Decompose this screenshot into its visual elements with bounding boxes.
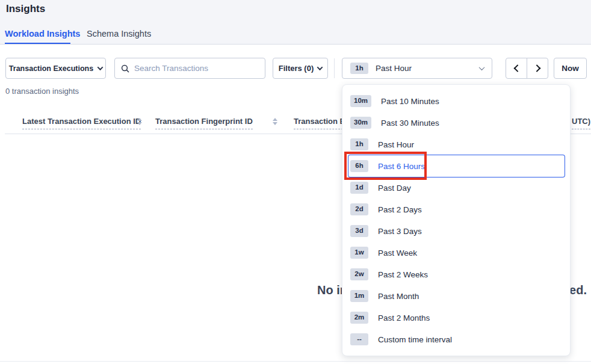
filters-label: Filters (0) — [279, 64, 314, 73]
column-header-latest-transaction-execution-id[interactable]: Latest Transaction Execution ID — [22, 117, 141, 129]
chevron-down-icon — [479, 64, 485, 70]
dropdown-item-past-10-minutes[interactable]: 10m Past 10 Minutes — [348, 90, 565, 112]
dropdown-item-past-6-hours[interactable]: 6h Past 6 Hours — [348, 155, 565, 177]
page-title: Insights — [6, 3, 45, 15]
search-box — [114, 58, 265, 79]
search-input[interactable] — [134, 64, 259, 73]
column-header-transaction-execution[interactable]: Transaction Ex — [294, 117, 349, 129]
time-interval-label: Past Hour — [376, 64, 472, 73]
active-tab-underline — [5, 43, 70, 44]
chevron-right-icon — [533, 64, 540, 72]
dropdown-item-past-2-days[interactable]: 2d Past 2 Days — [348, 199, 565, 220]
dropdown-item-past-3-days[interactable]: 3d Past 3 Days — [348, 220, 565, 242]
time-prev-button[interactable] — [506, 58, 527, 79]
sort-icon — [273, 118, 277, 125]
time-interval-select[interactable]: 1h Past Hour — [342, 58, 492, 79]
sort-icon — [137, 118, 142, 125]
page-bottom-divider — [0, 361, 591, 362]
dropdown-item-past-day[interactable]: 1d Past Day — [348, 177, 565, 199]
tab-workload-insights[interactable]: Workload Insights — [5, 29, 80, 39]
transaction-type-select[interactable]: Transaction Executions — [5, 58, 106, 79]
tab-schema-insights[interactable]: Schema Insights — [87, 29, 151, 39]
time-next-button[interactable] — [527, 58, 548, 79]
insights-count: 0 transaction insights — [5, 87, 79, 96]
chevron-down-icon — [97, 64, 104, 70]
filters-button[interactable]: Filters (0) — [273, 58, 328, 79]
now-button[interactable]: Now — [554, 58, 587, 79]
time-interval-dropdown: 10m Past 10 Minutes 30m Past 30 Minutes … — [342, 84, 571, 356]
dropdown-item-past-month[interactable]: 1m Past Month — [348, 285, 565, 307]
dropdown-item-past-30-minutes[interactable]: 30m Past 30 Minutes — [348, 112, 565, 134]
toolbar-divider — [334, 58, 335, 78]
column-header-utc-fragment[interactable]: UTC) — [572, 117, 590, 129]
dropdown-item-past-week[interactable]: 1w Past Week — [348, 242, 565, 264]
chevron-left-icon — [513, 64, 521, 72]
insights-page: Insights Workload Insights Schema Insigh… — [0, 0, 591, 364]
search-icon — [121, 64, 129, 73]
dropdown-item-custom-time-interval[interactable]: -- Custom time interval — [348, 329, 565, 350]
page-header: Insights Workload Insights Schema Insigh… — [0, 0, 591, 45]
chevron-down-icon — [317, 64, 323, 70]
now-label: Now — [562, 64, 579, 73]
dropdown-item-past-hour[interactable]: 1h Past Hour — [348, 134, 565, 155]
dropdown-item-past-2-months[interactable]: 2m Past 2 Months — [348, 307, 565, 329]
time-interval-badge: 1h — [350, 63, 368, 75]
dropdown-item-past-2-weeks[interactable]: 2w Past 2 Weeks — [348, 264, 565, 285]
transaction-type-label: Transaction Executions — [9, 64, 93, 73]
column-header-transaction-fingerprint-id[interactable]: Transaction Fingerprint ID — [155, 117, 253, 129]
